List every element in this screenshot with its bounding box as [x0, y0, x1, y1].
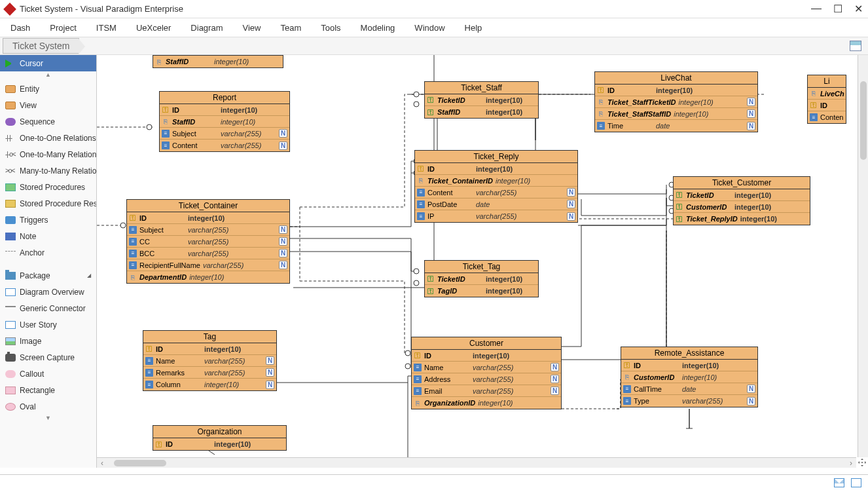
entity-ticket_staff[interactable]: Ticket_Staff⚿TicketIDinteger(10)⚿StaffID…: [424, 81, 539, 119]
menu-itsm[interactable]: ITSM: [96, 23, 117, 33]
entity-customer[interactable]: Customer⚿IDinteger(10)≡Namevarchar(255)N…: [411, 337, 562, 409]
diagram-canvas[interactable]: ⎘StaffIDinteger(10)Report⚿IDinteger(10)⎘…: [97, 55, 868, 468]
menu-view[interactable]: View: [242, 23, 261, 33]
minimize-button[interactable]: —: [811, 3, 822, 15]
entity-column: ⚿TicketIDinteger(10): [425, 94, 538, 106]
entity-title: Remote_Assistance: [621, 347, 757, 360]
entity-column: ⚿ID: [808, 100, 846, 111]
maximize-button[interactable]: ☐: [833, 3, 842, 15]
trigger-icon: [5, 216, 16, 224]
entity-column: ≡Typevarchar(255)N: [621, 395, 757, 407]
entity-ticket_container[interactable]: Ticket_Container⚿IDinteger(10)≡Subjectva…: [126, 199, 290, 284]
svg-point-7: [405, 364, 410, 369]
entity-column: ⚿IDinteger(10): [415, 163, 577, 175]
nullable-badge: N: [279, 261, 287, 269]
palette-note[interactable]: Note: [0, 228, 96, 244]
entity-organization[interactable]: Organization⚿IDinteger(10): [153, 425, 287, 451]
collapse-down-icon[interactable]: ▼: [0, 415, 96, 424]
close-button[interactable]: ✕: [854, 3, 863, 15]
menu-tools[interactable]: Tools: [321, 23, 340, 33]
palette-callout[interactable]: Callout: [0, 366, 96, 382]
tool-palette: Cursor ▲ Entity View Sequence -|-|-One-t…: [0, 55, 97, 468]
entity-column: ⎘Ticket_ContainerIDinteger(10): [415, 175, 577, 187]
nullable-badge: N: [747, 122, 755, 130]
entity-title: Ticket_Tag: [425, 261, 538, 273]
menu-team[interactable]: Team: [280, 23, 301, 33]
pan-icon[interactable]: [856, 457, 868, 468]
collapse-up-icon[interactable]: ▲: [0, 71, 96, 81]
column-icon: ≡: [129, 250, 137, 257]
entity-live_frag[interactable]: Li⎘LiveCh⚿ID≡Conten: [807, 75, 846, 124]
palette-diagram-overview[interactable]: Diagram Overview: [0, 284, 96, 300]
palette-stored-procedures[interactable]: Stored Procedures: [0, 179, 96, 195]
entity-ticket_tag[interactable]: Ticket_Tag⚿TicketIDinteger(10)⚿TagIDinte…: [424, 260, 539, 297]
entity-title: Tag: [143, 331, 276, 343]
anchor-icon: [5, 251, 16, 259]
entity-column: ⚿CustomerIDinteger(10): [674, 201, 810, 213]
menu-help[interactable]: Help: [465, 23, 482, 33]
menu-diagram[interactable]: Diagram: [190, 23, 223, 33]
nullable-badge: N: [266, 356, 274, 365]
palette-image[interactable]: Image: [0, 333, 96, 349]
nullable-badge: N: [551, 375, 559, 383]
entity-column: ≡RecipientFullNamevarchar(255)N: [127, 259, 289, 271]
column-icon: ≡: [417, 189, 425, 197]
entity-report[interactable]: Report⚿IDinteger(10)⎘StaffIDinteger(10)≡…: [159, 91, 290, 152]
palette-stored-procedure-resultset[interactable]: Stored Procedure Resultset: [0, 195, 96, 212]
palette-rel-11[interactable]: -|-|-One-to-One Relationship: [0, 130, 96, 146]
entity-column: ≡Conten: [808, 111, 846, 123]
palette-anchor[interactable]: Anchor: [0, 244, 96, 261]
menu-window[interactable]: Window: [414, 23, 444, 33]
breadcrumb-tab[interactable]: Ticket System: [3, 38, 79, 54]
palette-screen-capture[interactable]: Screen Capture: [0, 349, 96, 366]
nullable-badge: N: [747, 397, 755, 405]
rel-11-icon: -|-|-: [5, 134, 16, 142]
entity-column: ≡Subjectvarchar(255)N: [127, 224, 289, 236]
svg-point-12: [147, 124, 152, 130]
palette-rel-nn[interactable]: >o<Many-to-Many Relationship: [0, 162, 96, 179]
palette-cursor[interactable]: Cursor: [0, 55, 96, 71]
menu-dash[interactable]: Dash: [10, 23, 30, 33]
entity-column: ⚿TagIDinteger(10): [425, 285, 538, 297]
palette-sequence[interactable]: Sequence: [0, 113, 96, 130]
layout-icon[interactable]: [850, 41, 861, 51]
entity-staff_frag[interactable]: ⎘StaffIDinteger(10): [153, 55, 283, 68]
menu-uexceler[interactable]: UeXceler: [136, 23, 171, 33]
column-icon: ≡: [417, 200, 425, 208]
palette-triggers[interactable]: Triggers: [0, 212, 96, 228]
sp-icon: [5, 183, 16, 191]
palette-user-story[interactable]: User Story: [0, 316, 96, 333]
palette-entity[interactable]: Entity: [0, 81, 96, 97]
palette-package[interactable]: Package◢: [0, 267, 96, 284]
palette-generic-connector[interactable]: Generic Connector: [0, 300, 96, 316]
entity-column: ≡IPvarchar(255)N: [415, 210, 577, 222]
palette-view[interactable]: View: [0, 97, 96, 113]
palette-rel-1n[interactable]: -|-o<One-to-Many Relationship: [0, 146, 96, 162]
entity-remote_assist[interactable]: Remote_Assistance⚿IDinteger(10)⎘Customer…: [621, 347, 758, 407]
menu-modeling[interactable]: Modeling: [361, 23, 395, 33]
palette-rectangle[interactable]: Rectangle: [0, 382, 96, 398]
mail-icon[interactable]: [834, 478, 844, 487]
vertical-scrollbar[interactable]: [858, 55, 868, 457]
entity-livechat[interactable]: LiveChat⚿IDinteger(10)⎘Ticket_StaffTicke…: [594, 71, 758, 132]
nullable-badge: N: [279, 225, 287, 234]
rectangle-icon: [5, 386, 16, 394]
key-icon: ⚿: [414, 352, 422, 360]
connector-icon: [5, 306, 16, 314]
entity-column: ⎘LiveCh: [808, 88, 846, 100]
entity-tag[interactable]: Tag⚿IDinteger(10)≡Namevarchar(255)N≡Rema…: [143, 330, 277, 391]
entity-ticket_customer[interactable]: Ticket_Customer⚿TicketIDinteger(10)⚿Cust…: [673, 176, 810, 225]
nullable-badge: N: [567, 212, 575, 221]
nullable-badge: N: [567, 200, 575, 208]
key-icon: ⚿: [676, 215, 683, 223]
entity-ticket_reply[interactable]: Ticket_Reply⚿IDinteger(10)⎘Ticket_Contai…: [414, 150, 578, 223]
entity-column: ⚿StaffIDinteger(10): [425, 106, 538, 118]
palette-oval[interactable]: Oval: [0, 398, 96, 415]
titlebar: Ticket System - Visual Paradigm Enterpri…: [0, 0, 868, 18]
edit-icon[interactable]: [851, 478, 861, 487]
nullable-badge: N: [279, 129, 287, 138]
horizontal-scrollbar[interactable]: ‹›: [97, 457, 856, 468]
menu-project[interactable]: Project: [50, 23, 76, 33]
column-icon: ⎘: [417, 177, 425, 185]
entity-column: ⎘OrganizationIDinteger(10): [412, 397, 561, 409]
